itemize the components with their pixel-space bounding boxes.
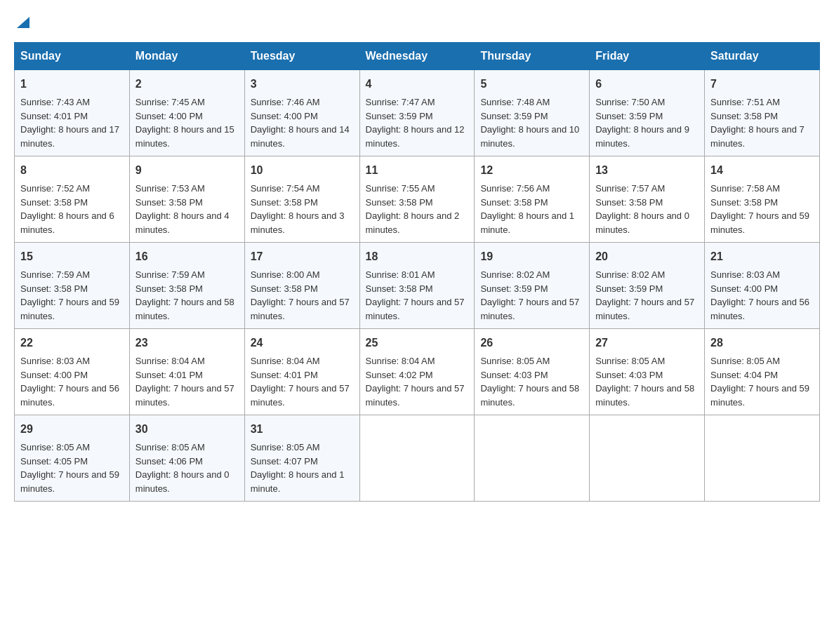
calendar-cell: 6Sunrise: 7:50 AMSunset: 3:59 PMDaylight… [590,70,705,156]
calendar-cell: 3Sunrise: 7:46 AMSunset: 4:00 PMDaylight… [244,70,359,156]
sunset-text: Sunset: 4:01 PM [135,370,203,380]
day-number: 2 [135,76,239,93]
daylight-text: Daylight: 8 hours and 6 minutes. [20,210,114,235]
header-tuesday: Tuesday [244,43,359,70]
daylight-text: Daylight: 7 hours and 57 minutes. [135,383,234,408]
sunrise-text: Sunrise: 8:00 AM [251,269,320,280]
calendar-cell: 21Sunrise: 8:03 AMSunset: 4:00 PMDayligh… [705,243,820,329]
daylight-text: Daylight: 8 hours and 10 minutes. [480,124,579,149]
sunrise-text: Sunrise: 7:45 AM [135,97,205,107]
sunset-text: Sunset: 3:58 PM [710,197,778,208]
calendar-cell: 17Sunrise: 8:00 AMSunset: 3:58 PMDayligh… [244,243,359,329]
daylight-text: Daylight: 7 hours and 57 minutes. [251,383,350,408]
calendar-cell: 16Sunrise: 7:59 AMSunset: 3:58 PMDayligh… [129,243,244,329]
calendar-cell: 22Sunrise: 8:03 AMSunset: 4:00 PMDayligh… [15,329,130,415]
day-number: 1 [20,76,124,93]
day-number: 17 [251,248,354,265]
sunrise-text: Sunrise: 7:51 AM [710,97,780,107]
sunset-text: Sunset: 3:58 PM [366,283,433,294]
day-number: 4 [366,76,469,93]
sunrise-text: Sunrise: 8:05 AM [135,442,205,452]
sunset-text: Sunset: 3:58 PM [135,197,203,208]
sunset-text: Sunset: 4:01 PM [251,370,318,380]
sunset-text: Sunset: 3:58 PM [20,197,88,208]
day-number: 25 [366,335,469,351]
day-number: 30 [135,421,239,438]
sunrise-text: Sunrise: 8:04 AM [135,356,205,366]
calendar-week-row: 8Sunrise: 7:52 AMSunset: 3:58 PMDaylight… [15,156,820,243]
calendar-cell: 1Sunrise: 7:43 AMSunset: 4:01 PMDaylight… [15,70,130,156]
sunrise-text: Sunrise: 7:53 AM [135,183,205,194]
day-number: 13 [595,162,699,179]
calendar-cell [475,415,590,502]
sunrise-text: Sunrise: 7:48 AM [480,97,550,107]
sunset-text: Sunset: 3:58 PM [595,197,663,208]
sunrise-text: Sunrise: 7:59 AM [20,269,90,280]
logo-triangle-icon [15,14,31,29]
daylight-text: Daylight: 7 hours and 57 minutes. [251,297,350,321]
header-thursday: Thursday [475,43,590,70]
sunrise-text: Sunrise: 7:56 AM [480,183,550,194]
sunrise-text: Sunrise: 7:54 AM [251,183,320,194]
sunset-text: Sunset: 4:06 PM [135,456,203,467]
page-header [14,14,820,28]
calendar-week-row: 1Sunrise: 7:43 AMSunset: 4:01 PMDaylight… [15,70,820,156]
calendar-cell: 24Sunrise: 8:04 AMSunset: 4:01 PMDayligh… [244,329,359,415]
daylight-text: Daylight: 7 hours and 59 minutes. [20,297,119,321]
header-saturday: Saturday [705,43,820,70]
calendar-cell: 29Sunrise: 8:05 AMSunset: 4:05 PMDayligh… [15,415,130,502]
sunrise-text: Sunrise: 8:05 AM [710,356,780,366]
calendar-cell [705,415,820,502]
calendar-cell [590,415,705,502]
sunrise-text: Sunrise: 8:05 AM [251,442,320,452]
day-number: 8 [20,162,124,179]
calendar-week-row: 15Sunrise: 7:59 AMSunset: 3:58 PMDayligh… [15,243,820,329]
daylight-text: Daylight: 8 hours and 12 minutes. [366,124,465,149]
daylight-text: Daylight: 8 hours and 3 minutes. [251,210,345,235]
calendar-cell: 20Sunrise: 8:02 AMSunset: 3:59 PMDayligh… [590,243,705,329]
daylight-text: Daylight: 7 hours and 58 minutes. [480,383,579,408]
daylight-text: Daylight: 7 hours and 56 minutes. [20,383,119,408]
day-number: 22 [20,335,124,351]
sunset-text: Sunset: 3:59 PM [595,111,663,121]
sunrise-text: Sunrise: 7:55 AM [366,183,435,194]
sunset-text: Sunset: 3:59 PM [366,111,433,121]
header-wednesday: Wednesday [359,43,475,70]
sunset-text: Sunset: 3:58 PM [251,197,318,208]
calendar-cell: 23Sunrise: 8:04 AMSunset: 4:01 PMDayligh… [129,329,244,415]
sunset-text: Sunset: 4:04 PM [710,370,778,380]
day-number: 7 [710,76,814,93]
sunset-text: Sunset: 3:58 PM [366,197,433,208]
header-monday: Monday [129,43,244,70]
sunset-text: Sunset: 3:59 PM [595,283,663,294]
sunset-text: Sunset: 3:58 PM [251,283,318,294]
sunrise-text: Sunrise: 8:05 AM [20,442,90,452]
daylight-text: Daylight: 7 hours and 58 minutes. [135,297,234,321]
sunset-text: Sunset: 4:00 PM [710,283,778,294]
day-number: 21 [710,248,814,265]
day-number: 15 [20,248,124,265]
sunrise-text: Sunrise: 8:04 AM [366,356,435,366]
day-number: 3 [251,76,354,93]
daylight-text: Daylight: 8 hours and 0 minutes. [595,210,689,235]
calendar-cell: 5Sunrise: 7:48 AMSunset: 3:59 PMDaylight… [475,70,590,156]
calendar-cell: 31Sunrise: 8:05 AMSunset: 4:07 PMDayligh… [244,415,359,502]
sunrise-text: Sunrise: 8:04 AM [251,356,320,366]
sunrise-text: Sunrise: 8:05 AM [480,356,550,366]
calendar-cell: 12Sunrise: 7:56 AMSunset: 3:58 PMDayligh… [475,156,590,243]
calendar-cell: 27Sunrise: 8:05 AMSunset: 4:03 PMDayligh… [590,329,705,415]
day-number: 24 [251,335,354,351]
daylight-text: Daylight: 8 hours and 0 minutes. [135,469,230,494]
sunrise-text: Sunrise: 8:02 AM [480,269,550,280]
daylight-text: Daylight: 7 hours and 57 minutes. [366,297,465,321]
daylight-text: Daylight: 7 hours and 59 minutes. [710,383,809,408]
sunset-text: Sunset: 3:58 PM [135,283,203,294]
day-number: 6 [595,76,699,93]
calendar-week-row: 22Sunrise: 8:03 AMSunset: 4:00 PMDayligh… [15,329,820,415]
day-number: 12 [480,162,583,179]
daylight-text: Daylight: 7 hours and 58 minutes. [595,383,694,408]
calendar-cell: 26Sunrise: 8:05 AMSunset: 4:03 PMDayligh… [475,329,590,415]
sunset-text: Sunset: 4:02 PM [366,370,433,380]
calendar-cell: 13Sunrise: 7:57 AMSunset: 3:58 PMDayligh… [590,156,705,243]
calendar-cell: 8Sunrise: 7:52 AMSunset: 3:58 PMDaylight… [15,156,130,243]
